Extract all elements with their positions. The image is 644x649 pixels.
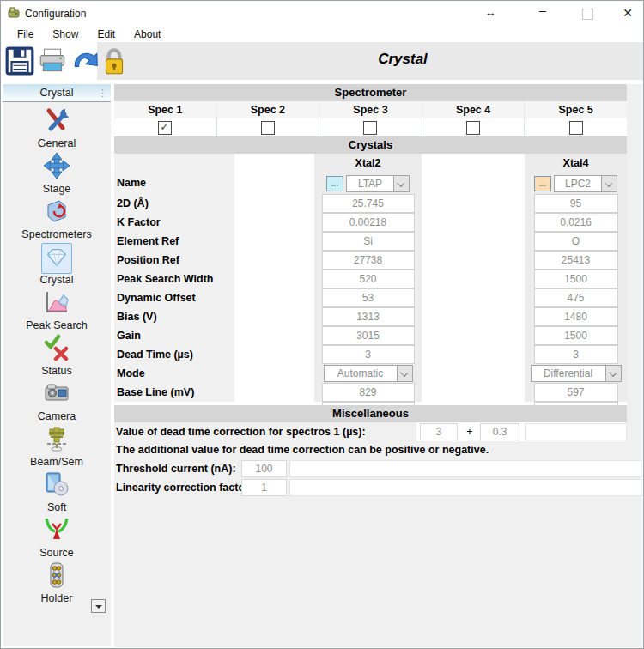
sidebar-item-camera[interactable]: Camera <box>3 379 111 425</box>
dead-time-correction-row: Value of dead time correction for spectr… <box>114 422 627 441</box>
sidebar-header[interactable]: Crystal ⋮ <box>3 84 111 102</box>
row-label-dynamic-offset: Dynamic Offset <box>114 288 234 307</box>
linearity-factor-input[interactable] <box>241 479 287 496</box>
xtal4-dynamic-offset-input[interactable] <box>534 288 618 307</box>
xtal4-position-ref-input[interactable] <box>534 251 618 270</box>
spec-4-checkbox[interactable] <box>466 121 480 135</box>
redo-button[interactable] <box>70 45 100 76</box>
grip-dots-icon[interactable]: ⋮ <box>98 84 106 101</box>
xtal4-k-factor-input[interactable] <box>534 213 618 232</box>
row-label-gain: Gain <box>114 326 234 345</box>
threshold-spare-input[interactable] <box>289 460 641 477</box>
menu-item-about[interactable]: About <box>125 27 170 42</box>
sidebar-item-label: Source <box>3 547 111 559</box>
maximize-button[interactable] <box>577 9 598 22</box>
close-button[interactable]: ✕ <box>617 6 638 20</box>
xtal2-header: Xtal2 <box>314 154 422 173</box>
row-label-dead-time: Dead Time (µs) <box>114 345 234 364</box>
sidebar-item-beam-sem[interactable]: Beam/Sem <box>3 425 111 470</box>
app-icon <box>7 6 21 20</box>
xtal2-name-value: LTAP <box>347 176 393 191</box>
sidebar-item-spectrometers[interactable]: Spectrometers <box>3 197 111 243</box>
xtal4-dead-time-input[interactable] <box>534 345 618 364</box>
spec-3-label: Spec 3 <box>319 101 422 118</box>
xtal2-mode-value: Automatic <box>325 366 397 381</box>
misc-section-header: Miscellaneous <box>114 405 627 422</box>
xtal4-name-select[interactable]: LPC2 <box>554 175 617 192</box>
xtal2-column: Xtal2 ... LTAP Automatic <box>314 154 422 402</box>
holder-icon <box>43 561 70 589</box>
sidebar-expand-button[interactable] <box>91 599 106 613</box>
spectrometer-icon <box>43 197 70 225</box>
sidebar-item-source[interactable]: Source <box>3 516 111 561</box>
sidebar-item-status[interactable]: Status <box>3 334 111 379</box>
sidebar-item-peak-search[interactable]: Peak Search <box>3 288 111 334</box>
window-title: Configuration <box>25 8 86 20</box>
threshold-current-input[interactable] <box>241 460 287 477</box>
xtal2-position-ref-input[interactable] <box>322 251 415 270</box>
save-button[interactable] <box>4 45 35 76</box>
xtal4-mode-value: Differential <box>532 366 605 381</box>
xtal2-k-factor-input[interactable] <box>322 213 415 232</box>
spec-1-checkbox[interactable] <box>158 121 172 135</box>
xtal1-column-empty <box>234 154 314 402</box>
xtal4-browse-button[interactable]: ... <box>534 176 551 191</box>
menu-item-file[interactable]: File <box>8 27 43 42</box>
row-label-base-line: Base Line (mV) <box>114 383 234 402</box>
xtal4-bias-input[interactable] <box>534 307 618 326</box>
dead-time-value-input[interactable] <box>420 423 458 440</box>
xtal4-element-ref-input[interactable] <box>534 232 618 251</box>
spec-4-label: Spec 4 <box>422 101 526 118</box>
row-label-bias: Bias (V) <box>114 307 234 326</box>
xtal4-column: Xtal4 ... LPC2 Differential <box>525 154 627 402</box>
minimize-button[interactable]: – <box>532 3 553 17</box>
row-label-2d: 2D (Å) <box>114 194 234 213</box>
xtal2-mode-select[interactable]: Automatic <box>324 365 413 382</box>
sidebar-item-crystal[interactable]: Crystal <box>3 243 111 288</box>
menu-item-show[interactable]: Show <box>43 27 88 42</box>
xtal2-dynamic-offset-input[interactable] <box>322 288 415 307</box>
sidebar-item-stage[interactable]: Stage <box>3 152 111 197</box>
chevron-down-icon <box>601 176 617 191</box>
xtal2-2d-input[interactable] <box>322 194 415 213</box>
spec-2-checkbox[interactable] <box>261 121 275 135</box>
spec-3-checkbox[interactable] <box>363 121 377 135</box>
camera-icon <box>43 379 70 407</box>
threshold-current-label: Threshold current (nA): <box>116 459 236 478</box>
xtal2-peak-search-width-input[interactable] <box>322 270 415 288</box>
xtal2-gain-input[interactable] <box>322 326 415 345</box>
xtal4-gain-input[interactable] <box>534 326 618 345</box>
row-label-peak-search-width: Peak Search Width <box>114 270 234 288</box>
xtal4-2d-input[interactable] <box>534 194 618 213</box>
resize-arrows-icon[interactable]: ↔ <box>480 6 501 19</box>
dead-time-note-row: The additional value for dead time corre… <box>114 441 627 459</box>
dead-time-spare-input[interactable] <box>525 423 627 440</box>
xtal4-peak-search-width-input[interactable] <box>534 270 618 288</box>
tools-icon <box>43 106 70 134</box>
sidebar-item-general[interactable]: General <box>3 106 111 152</box>
xtal2-element-ref-input[interactable] <box>322 232 415 251</box>
xtal2-name-select[interactable]: LTAP <box>346 175 410 192</box>
xtal2-base-line-input[interactable] <box>322 383 415 402</box>
peak-chart-icon <box>43 288 70 316</box>
spec-5-checkbox[interactable] <box>569 121 583 135</box>
xtal4-base-line-input[interactable] <box>534 383 618 402</box>
xtal2-bias-input[interactable] <box>322 307 415 326</box>
spec-labels-row: Spec 1 Spec 2 Spec 3 Spec 4 Spec 5 <box>114 101 627 118</box>
xtal2-dead-time-input[interactable] <box>322 345 415 364</box>
sidebar-item-label: General <box>3 137 111 149</box>
software-cd-icon <box>43 470 70 498</box>
xtal2-browse-button[interactable]: ... <box>326 176 343 191</box>
sidebar-item-soft[interactable]: Soft <box>3 470 111 516</box>
menu-item-edit[interactable]: Edit <box>88 27 125 42</box>
chevron-down-icon <box>393 176 409 191</box>
printer-icon <box>37 45 68 76</box>
lock-button[interactable] <box>99 45 130 76</box>
linearity-spare-input[interactable] <box>289 479 641 496</box>
dead-time-extra-input[interactable] <box>480 423 519 440</box>
print-button[interactable] <box>37 45 68 76</box>
padlock-icon <box>99 45 130 76</box>
row-label-mode: Mode <box>114 364 234 383</box>
sidebar-item-label: Crystal <box>3 274 111 286</box>
xtal4-mode-select[interactable]: Differential <box>531 365 622 382</box>
